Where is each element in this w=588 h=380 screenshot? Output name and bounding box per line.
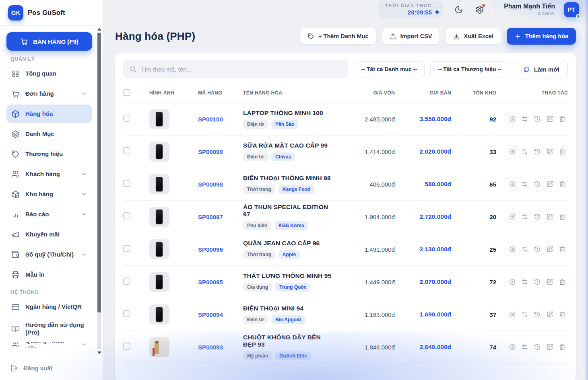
product-code-link[interactable]: SP00097 — [187, 214, 232, 220]
edit-button[interactable] — [545, 179, 555, 189]
increase-stock-button[interactable] — [508, 179, 517, 189]
transfer-button[interactable] — [520, 244, 530, 254]
search-input[interactable] — [141, 66, 342, 73]
settings-button[interactable] — [474, 4, 486, 16]
delete-button[interactable] — [557, 310, 567, 319]
product-code-link[interactable]: SP00093 — [187, 344, 232, 351]
transfer-button[interactable] — [520, 114, 530, 124]
row-checkbox[interactable] — [123, 310, 130, 317]
history-button[interactable] — [532, 147, 542, 156]
sidebar-item-so-quy-thu-chi[interactable]: Sổ quỹ (Thu/Chi) — [6, 245, 92, 264]
sidebar-item-huong-dan-su-dung-pro[interactable]: Hướng dẫn sử dụng (Pro) — [6, 318, 92, 340]
scroll-down-arrow[interactable] — [97, 350, 101, 355]
history-button[interactable] — [532, 342, 542, 352]
row-actions — [496, 244, 568, 254]
row-checkbox[interactable] — [123, 212, 130, 220]
increase-stock-button[interactable] — [508, 147, 517, 156]
product-code-link[interactable]: SP00100 — [187, 116, 232, 123]
sidebar-item-kho-hang[interactable]: Kho hàng — [6, 185, 92, 203]
sidebar-item-khach-hang[interactable]: Khách hàng — [6, 165, 92, 183]
category-filter[interactable]: -- Tất cả Danh mục -- — [354, 61, 425, 77]
product-code-link[interactable]: SP00098 — [187, 181, 232, 188]
product-name: THẮT LƯNG THÔNG MINH 95 — [243, 272, 334, 279]
increase-stock-button[interactable] — [508, 310, 517, 319]
add-product-button[interactable]: Thêm hàng hóa — [507, 28, 576, 45]
product-image — [149, 174, 169, 194]
sidebar-item-quan-ly-nhan-vien[interactable]: Quản lý Nhân viên — [6, 342, 92, 347]
edit-button[interactable] — [545, 244, 555, 254]
history-button[interactable] — [532, 310, 542, 319]
sidebar-item-don-hang[interactable]: Đơn hàng — [6, 84, 92, 103]
transfer-button[interactable] — [520, 179, 530, 189]
sidebar-scrollbar-thumb[interactable] — [97, 33, 101, 312]
history-button[interactable] — [532, 212, 542, 222]
add-category-button[interactable]: + Thêm Danh Mục — [300, 28, 376, 45]
history-button[interactable] — [532, 277, 542, 287]
edit-button[interactable] — [545, 114, 555, 124]
brand-filter[interactable]: -- Tất cả Thương hiệu -- — [430, 61, 509, 77]
increase-stock-button[interactable] — [508, 244, 517, 254]
refresh-button[interactable]: Làm mới — [515, 60, 568, 78]
sidebar-item-hang-hoa[interactable]: Hàng hóa — [6, 105, 92, 123]
delete-button[interactable] — [557, 179, 567, 189]
edit-button[interactable] — [545, 277, 555, 287]
increase-stock-button[interactable] — [508, 277, 517, 287]
product-code-link[interactable]: SP00096 — [187, 246, 232, 253]
edit-button[interactable] — [545, 342, 555, 352]
delete-button[interactable] — [557, 114, 567, 124]
section-label-system: HỆ THỐNG — [10, 290, 88, 295]
product-code-link[interactable]: SP00094 — [187, 311, 232, 318]
sidebar-item-tong-quan[interactable]: Tổng quan — [6, 64, 92, 83]
transfer-button[interactable] — [520, 277, 530, 287]
sell-button[interactable]: BÁN HÀNG (F9) — [6, 32, 92, 51]
delete-button[interactable] — [557, 212, 567, 222]
sidebar-item-mau-in[interactable]: Mẫu in — [6, 265, 92, 284]
export-excel-button[interactable]: Xuất Excel — [446, 28, 501, 45]
sidebar-item-ngan-hang-vietqr[interactable]: Ngân hàng / VietQR — [6, 298, 92, 316]
sidebar-item-thuong-hieu[interactable]: Thương hiệu — [6, 145, 92, 163]
sale-price: 3.550.000đ — [395, 115, 451, 123]
delete-button[interactable] — [557, 147, 567, 156]
increase-stock-button[interactable] — [508, 114, 517, 124]
sidebar-item-khuyen-mai[interactable]: Khuyến mãi — [6, 225, 92, 244]
row-checkbox[interactable] — [123, 343, 130, 350]
product-code-link[interactable]: SP00099 — [187, 148, 232, 155]
product-tags: Gia dụng Trung Quốc — [243, 283, 334, 292]
delete-button[interactable] — [557, 244, 567, 254]
select-all-checkbox[interactable] — [123, 89, 130, 96]
row-checkbox[interactable] — [123, 180, 130, 187]
row-checkbox[interactable] — [123, 147, 130, 154]
transfer-button[interactable] — [520, 310, 530, 319]
import-csv-button[interactable]: Import CSV — [382, 28, 440, 45]
row-checkbox[interactable] — [123, 115, 130, 122]
increase-stock-button[interactable] — [508, 342, 517, 352]
edit-button[interactable] — [545, 310, 555, 319]
edit-button[interactable] — [545, 147, 555, 156]
increase-stock-button[interactable] — [508, 212, 517, 222]
add-product-label: Thêm hàng hóa — [525, 33, 568, 39]
history-button[interactable] — [532, 179, 542, 189]
transfer-button[interactable] — [520, 212, 530, 222]
delete-button[interactable] — [557, 277, 567, 287]
transfer-button[interactable] — [520, 147, 530, 156]
transfer-button[interactable] — [520, 342, 530, 352]
sidebar-item-danh-muc[interactable]: Danh Mục — [6, 125, 92, 143]
history-button[interactable] — [532, 244, 542, 254]
dark-mode-toggle[interactable] — [453, 4, 465, 16]
swap-arrows-icon — [521, 246, 528, 253]
row-checkbox[interactable] — [123, 245, 130, 252]
delete-button[interactable] — [557, 342, 567, 352]
export-excel-label: Xuất Excel — [464, 33, 493, 39]
history-icon — [534, 213, 541, 220]
row-checkbox[interactable] — [123, 277, 130, 285]
avatar[interactable]: PT — [564, 2, 579, 17]
logout-button[interactable]: Đăng xuất — [0, 356, 103, 380]
chevron-down-icon — [81, 342, 87, 347]
edit-button[interactable] — [545, 212, 555, 222]
sidebar-item-bao-cao[interactable]: Báo cáo — [6, 205, 92, 224]
refresh-label: Làm mới — [534, 66, 559, 73]
product-code-link[interactable]: SP00095 — [187, 279, 232, 286]
scroll-up-arrow[interactable] — [97, 27, 101, 31]
table-row: SP00098 ĐIỆN THOẠI THÔNG MINH 98 Thời tr… — [123, 168, 568, 200]
history-button[interactable] — [532, 114, 542, 124]
